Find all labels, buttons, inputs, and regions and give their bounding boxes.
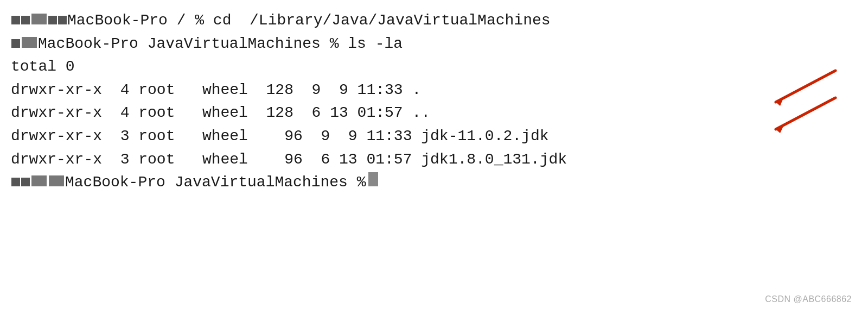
ls-name-2: ..: [412, 102, 430, 124]
ls-group-2: wheel: [202, 102, 248, 124]
ls-time-2: 01:57: [358, 102, 403, 124]
ls-links-2: 4: [120, 102, 130, 124]
ls-name-4: jdk1.8.0_131.jdk: [421, 149, 567, 171]
redacted-block-4: [49, 175, 64, 186]
ls-perms-1: drwxr-xr-x: [11, 79, 102, 102]
watermark: CSDN @ABC666862: [765, 294, 852, 304]
terminal-window: MacBook-Pro / % cd /Library/Java/JavaVir…: [0, 0, 868, 314]
redacted-block-3: [31, 175, 47, 186]
redacted-pixel-5: [11, 39, 20, 48]
ls-size-4: 96: [275, 149, 302, 171]
ls-time-3: 11:33: [366, 125, 412, 148]
prompt-text-2: MacBook-Pro JavaVirtualMachines % ls -la: [38, 33, 403, 55]
ls-links-3: 3: [120, 125, 130, 148]
svg-line-0: [776, 71, 835, 102]
redacted-pixel-1: [11, 16, 20, 24]
ls-group-4: wheel: [202, 149, 248, 171]
redacted-pixel-7: [21, 178, 30, 186]
redacted-pixel-2: [21, 16, 30, 24]
output-total: total 0: [11, 56, 75, 78]
ls-time-1: 11:33: [358, 79, 403, 102]
ls-time-4: 01:57: [366, 149, 412, 171]
redacted-pixel-4: [58, 16, 67, 24]
ls-group-1: wheel: [202, 79, 248, 102]
ls-perms-4: drwxr-xr-x: [11, 149, 102, 171]
ls-perms-2: drwxr-xr-x: [11, 102, 102, 124]
redacted-pixel-6: [11, 178, 20, 186]
ls-name-3: jdk-11.0.2.jdk: [421, 125, 548, 148]
prompt-text-end: MacBook-Pro JavaVirtualMachines %: [65, 172, 366, 194]
ls-size-1: 128: [266, 79, 293, 102]
svg-line-2: [776, 98, 835, 129]
redacted-block-2: [22, 37, 37, 48]
ls-perms-3: drwxr-xr-x: [11, 125, 102, 148]
ls-month-1: 9: [312, 79, 321, 102]
ls-day-2: 13: [330, 102, 348, 124]
ls-day-4: 13: [339, 149, 358, 171]
ls-owner-3: root: [138, 125, 175, 148]
prompt-text-1: MacBook-Pro / % cd /Library/Java/JavaVir…: [67, 10, 551, 32]
ls-size-3: 96: [275, 125, 302, 148]
ls-owner-2: root: [138, 102, 175, 124]
ls-month-4: 6: [321, 149, 330, 171]
ls-size-2: 128: [266, 102, 293, 124]
terminal-line-8: MacBook-Pro JavaVirtualMachines %: [11, 172, 852, 194]
ls-owner-4: root: [138, 149, 175, 171]
redacted-block-1: [31, 14, 47, 24]
ls-day-3: 9: [348, 125, 358, 148]
ls-day-1: 9: [339, 79, 348, 102]
terminal-cursor: [368, 172, 378, 186]
terminal-line-1: MacBook-Pro / % cd /Library/Java/JavaVir…: [11, 10, 852, 32]
redacted-pixel-3: [48, 16, 57, 24]
ls-month-3: 9: [321, 125, 330, 148]
svg-marker-3: [776, 124, 784, 133]
terminal-line-2: MacBook-Pro JavaVirtualMachines % ls -la: [11, 33, 852, 55]
ls-group-3: wheel: [202, 125, 248, 148]
ls-owner-1: root: [138, 79, 175, 102]
ls-month-2: 6: [312, 102, 321, 124]
ls-name-1: .: [412, 79, 421, 102]
svg-marker-1: [776, 97, 784, 106]
arrows-annotation: [722, 65, 852, 163]
ls-links-1: 4: [120, 79, 130, 102]
ls-links-4: 3: [120, 149, 130, 171]
